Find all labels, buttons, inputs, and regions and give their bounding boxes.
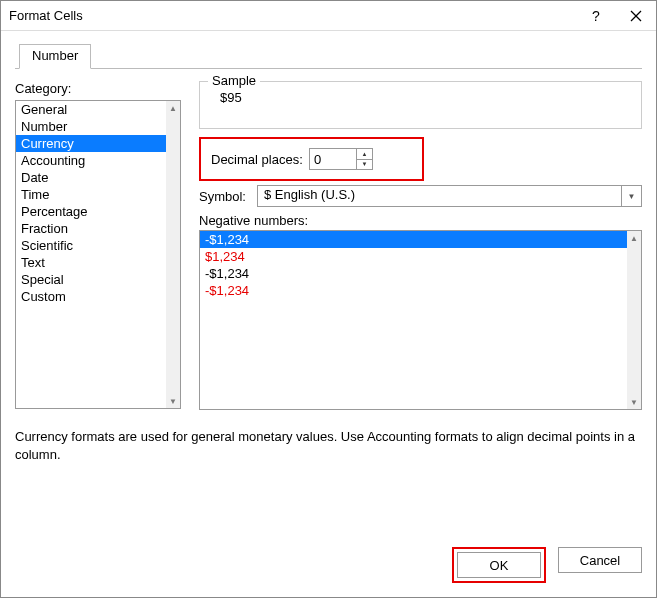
footer: OK Cancel: [452, 547, 642, 583]
decimal-label: Decimal places:: [211, 152, 309, 167]
category-item[interactable]: Percentage: [16, 203, 166, 220]
negative-label: Negative numbers:: [199, 213, 642, 228]
category-item[interactable]: Number: [16, 118, 166, 135]
highlight-box: Decimal places: ▲ ▼: [199, 137, 424, 181]
negative-item[interactable]: -$1,234: [200, 231, 627, 248]
category-item[interactable]: Fraction: [16, 220, 166, 237]
decimal-input[interactable]: [310, 149, 356, 169]
tab-number[interactable]: Number: [19, 44, 91, 69]
decimal-row: Decimal places: ▲ ▼: [211, 148, 412, 170]
dialog-title: Format Cells: [9, 8, 576, 23]
negative-listbox[interactable]: -$1,234$1,234-$1,234-$1,234 ▲ ▼: [199, 230, 642, 410]
spin-up-icon[interactable]: ▲: [357, 149, 372, 160]
dialog-content: Number Category: GeneralNumberCurrencyAc…: [1, 31, 656, 597]
decimal-spinner[interactable]: ▲ ▼: [309, 148, 373, 170]
category-item[interactable]: Currency: [16, 135, 166, 152]
category-item[interactable]: General: [16, 101, 166, 118]
category-item[interactable]: Text: [16, 254, 166, 271]
close-icon: [630, 10, 642, 22]
symbol-label: Symbol:: [199, 189, 257, 204]
format-cells-dialog: Format Cells ? Number Category: GeneralN…: [0, 0, 657, 598]
category-item[interactable]: Custom: [16, 288, 166, 305]
scroll-down-icon[interactable]: ▼: [627, 395, 641, 409]
negative-item[interactable]: $1,234: [200, 248, 627, 265]
category-item[interactable]: Date: [16, 169, 166, 186]
tabstrip: Number: [15, 43, 642, 69]
chevron-down-icon[interactable]: ▼: [621, 186, 641, 206]
negative-item[interactable]: -$1,234: [200, 282, 627, 299]
description-text: Currency formats are used for general mo…: [15, 428, 642, 463]
ok-button-highlight: OK: [452, 547, 546, 583]
category-item[interactable]: Time: [16, 186, 166, 203]
category-column: Category: GeneralNumberCurrencyAccountin…: [15, 81, 181, 410]
symbol-value: $ English (U.S.): [258, 186, 621, 206]
category-label: Category:: [15, 81, 181, 96]
ok-button[interactable]: OK: [457, 552, 541, 578]
scroll-up-icon[interactable]: ▲: [166, 101, 180, 115]
sample-value: $95: [210, 90, 631, 105]
sample-groupbox: Sample $95: [199, 81, 642, 129]
scrollbar[interactable]: ▲ ▼: [166, 101, 180, 408]
category-item[interactable]: Special: [16, 271, 166, 288]
negative-item[interactable]: -$1,234: [200, 265, 627, 282]
scrollbar[interactable]: ▲ ▼: [627, 231, 641, 409]
spin-down-icon[interactable]: ▼: [357, 160, 372, 170]
category-listbox[interactable]: GeneralNumberCurrencyAccountingDateTimeP…: [15, 100, 181, 409]
symbol-dropdown[interactable]: $ English (U.S.) ▼: [257, 185, 642, 207]
cancel-button[interactable]: Cancel: [558, 547, 642, 573]
body: Category: GeneralNumberCurrencyAccountin…: [15, 81, 642, 410]
category-item[interactable]: Scientific: [16, 237, 166, 254]
scroll-down-icon[interactable]: ▼: [166, 394, 180, 408]
settings-column: Sample $95 Decimal places: ▲ ▼: [199, 81, 642, 410]
close-button[interactable]: [616, 1, 656, 31]
help-button[interactable]: ?: [576, 1, 616, 31]
titlebar: Format Cells ?: [1, 1, 656, 31]
category-item[interactable]: Accounting: [16, 152, 166, 169]
symbol-row: Symbol: $ English (U.S.) ▼: [199, 185, 642, 207]
sample-label: Sample: [208, 73, 260, 88]
scroll-up-icon[interactable]: ▲: [627, 231, 641, 245]
